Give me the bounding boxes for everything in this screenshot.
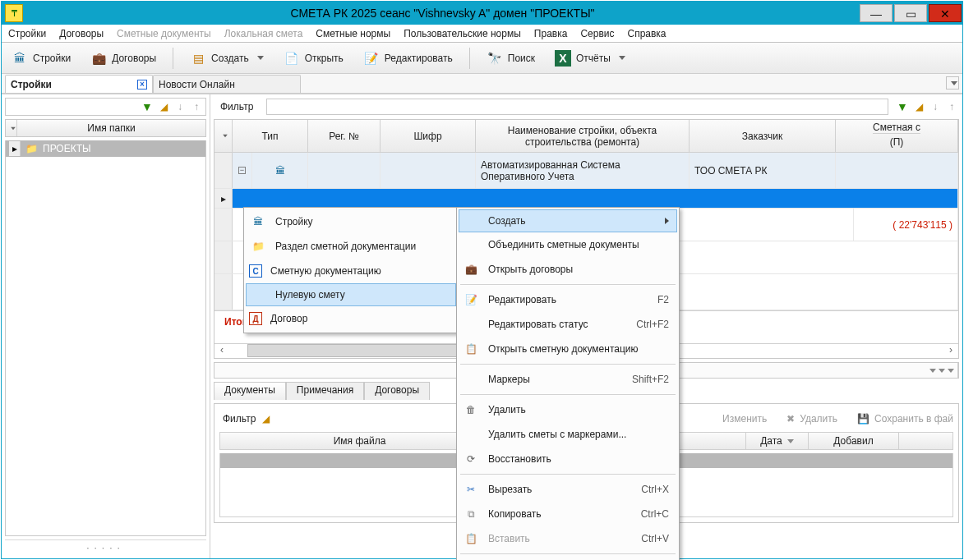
mi-nulevuyu[interactable]: Нулевую смету — [246, 283, 456, 306]
tab-close-icon[interactable]: × — [137, 80, 147, 90]
brush-icon[interactable]: ◢ — [156, 99, 171, 114]
row-indicator — [214, 274, 233, 310]
mi-stroyku[interactable]: 🏛Стройку — [246, 209, 456, 234]
tb-stroyki[interactable]: 🏛Стройки — [8, 48, 74, 68]
tab-label: Новости Онлайн — [159, 79, 235, 90]
arrow-up-icon[interactable]: ↑ — [189, 99, 204, 114]
filter-label: Фильтр — [223, 413, 256, 425]
collapse-icon[interactable]: − — [238, 167, 246, 174]
col-added-by[interactable]: Добавил — [809, 433, 899, 449]
col-name[interactable]: Наименование стройки, объекта строительс… — [476, 120, 690, 153]
tree-row[interactable]: ▸ 📁 ПРОЕКТЫ — [6, 140, 205, 157]
close-button[interactable]: ✕ — [929, 4, 962, 22]
funnel-icon[interactable]: ▼ — [895, 99, 910, 114]
brush-icon[interactable]: ◢ — [262, 413, 270, 425]
mi-restore[interactable]: ⟳Восстановить — [459, 447, 677, 471]
mi-open-docs[interactable]: 📋Открыть сметную документацию — [459, 337, 677, 361]
mi-create[interactable]: Создать — [459, 209, 677, 232]
mi-open-contracts[interactable]: 💼Открыть договоры — [459, 257, 677, 282]
row-indicator: ▸ — [214, 189, 233, 208]
tab-documents[interactable]: Документы — [214, 382, 286, 400]
left-filter-bar: ▼ ◢ ↓ ↑ — [5, 98, 206, 116]
grid-filter-bar: Фильтр ▼ ◢ ↓ ↑ — [214, 98, 959, 116]
minimize-button[interactable]: — — [860, 4, 893, 22]
chevron-down-icon — [619, 56, 625, 60]
bottom-filter-input[interactable]: ◢ — [262, 413, 273, 425]
mi-compare[interactable]: ⚖Добавить к сравнению — [459, 557, 677, 560]
arrow-down-icon[interactable]: ↓ — [928, 99, 943, 114]
mi-delete[interactable]: 🗑Удалить — [459, 397, 677, 422]
app-icon: ₸ — [5, 4, 23, 22]
row-selector[interactable] — [6, 120, 17, 136]
action-izmenit[interactable]: Изменить — [722, 413, 767, 425]
col-customer[interactable]: Заказчик — [690, 120, 836, 153]
menu-dogovory[interactable]: Договоры — [59, 28, 104, 39]
cell-value: ( 22'743'115 ) — [854, 209, 958, 241]
mi-cut[interactable]: ✂ВырезатьCtrl+X — [459, 477, 677, 502]
menu-smetnye-normy[interactable]: Сметные нормы — [316, 28, 390, 39]
table-row[interactable]: − 🏛 Автоматизированная Система Оперативн… — [214, 153, 958, 189]
mi-copy[interactable]: ⧉КопироватьCtrl+C — [459, 502, 677, 526]
splitter[interactable]: ····· — [5, 539, 206, 555]
tb-open[interactable]: 📄Открыть — [280, 48, 347, 68]
tb-search[interactable]: 🔭Поиск — [483, 48, 538, 68]
menu-user-normy[interactable]: Пользовательские нормы — [404, 28, 521, 39]
mi-edit[interactable]: 📝РедактироватьF2 — [459, 287, 677, 312]
brush-icon[interactable]: ◢ — [911, 99, 926, 114]
sort-desc-icon — [787, 439, 794, 443]
excel-icon: X — [555, 50, 571, 67]
folder-column-header[interactable]: Имя папки — [5, 119, 206, 137]
arrow-up-icon[interactable]: ↑ — [944, 99, 959, 114]
menu-lokalnaya-smeta[interactable]: Локальная смета — [224, 28, 303, 39]
menu-servis[interactable]: Сервис — [580, 28, 614, 39]
cut-icon: ✂ — [462, 480, 480, 498]
summary-dropdown-1[interactable] — [214, 363, 486, 378]
menu-smetnye-dokumenty[interactable]: Сметные документы — [117, 28, 211, 39]
mi-markers[interactable]: МаркерыShift+F2 — [459, 367, 677, 392]
tab-news[interactable]: Новости Онлайн — [153, 75, 301, 93]
col-date[interactable]: Дата — [746, 433, 809, 449]
cell-name: Автоматизированная Система Оперативного … — [476, 153, 690, 188]
row-selector-header[interactable] — [214, 120, 233, 153]
table-row[interactable]: ▸ — [214, 189, 958, 209]
mi-dogovor[interactable]: ДДоговор — [246, 306, 456, 331]
edit-icon: 📝 — [363, 50, 380, 67]
col-code[interactable]: Шифр — [381, 120, 476, 153]
col-type[interactable]: Тип — [233, 120, 308, 153]
funnel-icon[interactable]: ▼ — [140, 99, 155, 114]
mi-razdel[interactable]: 📁Раздел сметной документации — [246, 234, 456, 259]
tab-dropdown[interactable] — [946, 76, 959, 90]
folder-pane: ▼ ◢ ↓ ↑ Имя папки ▸ 📁 ПРОЕКТЫ ····· — [2, 94, 210, 558]
menu-pravka[interactable]: Правка — [534, 28, 568, 39]
row-indicator — [214, 209, 233, 241]
col-smeta[interactable]: Сметная с (П) — [836, 120, 958, 153]
mi-smetnuyu[interactable]: ССметную документацию — [246, 259, 456, 283]
arrow-down-icon[interactable]: ↓ — [173, 99, 187, 114]
tb-edit[interactable]: 📝Редактировать — [360, 48, 456, 68]
tab-stroyki[interactable]: Стройки × — [5, 75, 153, 93]
doc-c-icon: С — [249, 264, 262, 278]
context-menu-main: Создать Объединить сметные документы 💼От… — [456, 207, 680, 560]
cell-customer: ТОО СМЕТА РК — [690, 153, 836, 188]
tb-dogovory[interactable]: 💼Договоры — [87, 48, 159, 68]
action-delete[interactable]: ✖Удалить — [786, 413, 837, 425]
mi-merge[interactable]: Объединить сметные документы — [459, 232, 677, 257]
menu-stroyki[interactable]: Стройки — [8, 28, 46, 39]
maximize-button[interactable]: ▭ — [894, 4, 927, 22]
mi-delete-marked[interactable]: Удалить сметы с маркерами... — [459, 422, 677, 447]
col-reg[interactable]: Рег. № — [308, 120, 381, 153]
binoculars-icon: 🔭 — [487, 50, 503, 67]
save-icon: 💾 — [857, 413, 869, 425]
folder-tree[interactable]: ▸ 📁 ПРОЕКТЫ — [5, 140, 206, 536]
tb-create[interactable]: ▤Создать — [187, 48, 267, 68]
tb-reports[interactable]: XОтчёты — [551, 48, 629, 68]
mi-paste[interactable]: 📋ВставитьCtrl+V — [459, 526, 677, 551]
mi-edit-status[interactable]: Редактировать статусCtrl+F2 — [459, 312, 677, 337]
tab-notes[interactable]: Примечания — [286, 382, 364, 400]
copy-icon: ⧉ — [462, 505, 480, 523]
filter-label: Фильтр — [214, 101, 260, 112]
menu-spravka[interactable]: Справка — [627, 28, 666, 39]
action-save[interactable]: 💾Сохранить в фай — [857, 413, 953, 425]
filter-input[interactable] — [266, 99, 888, 115]
tab-contracts[interactable]: Договоры — [364, 382, 430, 400]
